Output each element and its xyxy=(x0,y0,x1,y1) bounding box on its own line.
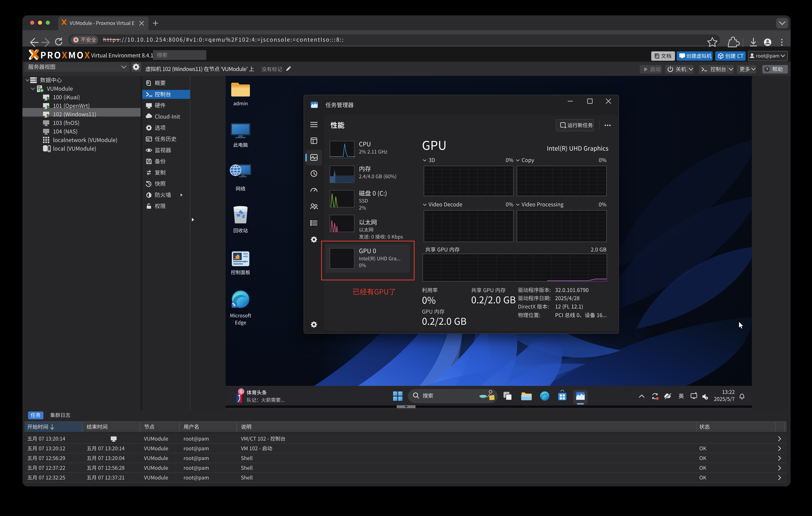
svg-text:?: ? xyxy=(766,67,768,71)
